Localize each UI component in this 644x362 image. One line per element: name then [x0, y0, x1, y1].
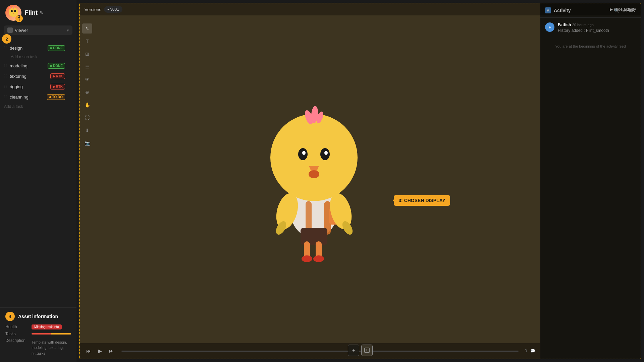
cursor-icon [364, 347, 370, 353]
svg-point-14 [270, 114, 358, 201]
svg-rect-9 [301, 228, 327, 245]
playback-next-btn[interactable]: ⏭ [107, 347, 115, 355]
svg-point-17 [302, 151, 306, 155]
drag-handle: ⠿ [4, 64, 7, 68]
activity-detail: History added : Flint_smooth [558, 28, 636, 33]
task-name-cleanning: cleanning [10, 95, 44, 100]
svg-point-12 [302, 255, 312, 262]
task-cleanning[interactable]: ⠿ cleanning TO DO ⋮ [0, 92, 76, 102]
avatar-wrapper: 2 1 [5, 5, 21, 21]
drag-handle: ⠿ [4, 46, 7, 51]
badge-dot-todo [49, 96, 51, 98]
character-area [95, 20, 533, 342]
health-label: Health [5, 324, 29, 329]
tasks-bar-yellow [51, 333, 71, 335]
viewer-topbar: Versions ▾ v001 ▶ Hide activity [80, 3, 641, 15]
chosen-display-tooltip: 3: CHOSEN DISPLAY [394, 195, 450, 206]
toolbar-cursor-btn[interactable]: ↖ [82, 23, 92, 34]
step-2-badge: 2 [2, 34, 11, 44]
toolbar-camera-btn[interactable]: 📷 [82, 138, 92, 148]
badge-modeling: DONE [48, 63, 65, 69]
sidebar-header: 2 1 Flint ✎ [0, 0, 76, 25]
add-icon-btn[interactable]: + [348, 345, 359, 356]
task-texturing[interactable]: ⠿ texturing RTK ⋮ [0, 71, 76, 81]
svg-rect-3 [9, 7, 11, 10]
toolbar-cross-btn[interactable]: ⊕ [82, 87, 92, 97]
character-svg [250, 87, 378, 275]
task-name-texturing: texturing [10, 74, 48, 79]
badge-dot-done [50, 47, 52, 49]
activity-panel: A Activity 🔍 ≡ Filter F Fatfish 20 hour [540, 3, 641, 359]
task-design[interactable]: ⠿ design DONE ⋮ [0, 43, 76, 53]
svg-point-20 [309, 170, 319, 178]
description-text: Template with design, modeling, texturin… [32, 340, 71, 356]
frame-number: 0 [525, 349, 527, 353]
sidebar: 2 1 Flint ✎ Viewer ▾ 2 ⠿ design DONE [0, 0, 76, 362]
version-badge: 2 1 [15, 15, 23, 22]
activity-user-line: Fatfish 20 hours ago [558, 22, 636, 27]
health-row: Health Missing task info [5, 324, 71, 329]
comment-icon[interactable]: 💬 [530, 349, 535, 353]
asset-information: 4 Asset information Health Missing task … [0, 307, 76, 362]
chevron-down-icon: ▾ [67, 28, 69, 33]
description-row: Description Template with design, modeli… [5, 338, 71, 356]
drag-handle: ⠿ [4, 74, 7, 79]
viewer-label: Viewer [15, 28, 28, 33]
viewer-container: Versions ▾ v001 ▶ Hide activity ↖ T ⊞ ☰ … [79, 3, 641, 359]
tasks-label: Tasks [5, 331, 29, 336]
version-tag[interactable]: ▾ v001 [104, 6, 122, 13]
task-name-modeling: modeling [10, 63, 45, 68]
toolbar-eye-btn[interactable]: 👁 [82, 74, 92, 84]
playback-prev-btn[interactable]: ⏮ [85, 347, 93, 355]
main-content: Versions ▾ v001 ▶ Hide activity ↖ T ⊞ ☰ … [76, 0, 644, 362]
drag-handle: ⠿ [4, 95, 7, 100]
task-modeling[interactable]: ⠿ modeling DONE ⋮ [0, 61, 76, 71]
viewer-bottom-icons: + [348, 345, 373, 356]
badge-dot-done [50, 65, 52, 67]
step-4-badge: 4 [5, 312, 15, 321]
task-name-design: design [10, 46, 45, 51]
tasks-row: Tasks [5, 331, 71, 336]
activity-entry: F Fatfish 20 hours ago History added : F… [540, 18, 641, 38]
timeline-bar[interactable] [121, 351, 519, 352]
add-subtask-design[interactable]: Add a sub task [0, 53, 76, 61]
activity-content: Fatfish 20 hours ago History added : Fli… [558, 22, 636, 33]
arrow-right-icon: ▶ [610, 7, 613, 12]
badge-rigging: RTK [50, 84, 65, 89]
toolbar-list-btn[interactable]: ☰ [82, 62, 92, 72]
badge-cleanning: TO DO [47, 94, 65, 100]
asset-info-header: 4 Asset information [5, 312, 71, 321]
svg-point-2 [14, 10, 16, 12]
toolbar-download-btn[interactable]: ⬇ [82, 125, 92, 135]
drag-handle: ⠿ [4, 84, 7, 89]
add-task-button[interactable]: Add a task [0, 102, 76, 111]
edit-icon[interactable]: ✎ [40, 10, 43, 15]
task-rigging[interactable]: ⠿ rigging RTK ⋮ [0, 81, 76, 92]
toolbar-hand-btn[interactable]: ✋ [82, 100, 92, 110]
playback-play-btn[interactable]: ▶ [96, 347, 104, 355]
versions-label: Versions [85, 7, 101, 12]
hide-activity-button[interactable]: ▶ Hide activity [610, 7, 636, 12]
toolbar-expand-btn[interactable]: ⛶ [82, 113, 92, 123]
toolbar-text-btn[interactable]: T [82, 36, 92, 46]
badge-dot-rtk [53, 75, 55, 77]
description-label: Description [5, 338, 29, 343]
missing-badge: Missing task info [32, 324, 62, 329]
chevron-icon: ▾ [107, 8, 109, 11]
viewer-toolbar: ↖ T ⊞ ☰ 👁 ⊕ ✋ ⛶ ⬇ 📷 [80, 20, 95, 342]
versions-left: Versions ▾ v001 [85, 6, 122, 13]
tasks-bar-red [32, 333, 51, 335]
project-name: Flint ✎ [25, 9, 43, 16]
viewer-bottombar: ⏮ ▶ ⏭ 0 💬 [80, 343, 540, 359]
svg-point-13 [313, 255, 324, 262]
cursor-mode-btn[interactable] [361, 345, 373, 356]
asset-info-title: Asset information [18, 314, 58, 319]
tasks-progress-bar [32, 333, 71, 335]
toolbar-grid-btn[interactable]: ⊞ [82, 49, 92, 59]
activity-end-text: You are at the beginning of the activity… [540, 38, 641, 55]
viewer-dropdown[interactable]: Viewer ▾ [4, 25, 72, 35]
badge-texturing: RTK [50, 73, 65, 79]
tasks-section: ⠿ design DONE ⋮ Add a sub task ⠿ modelin… [0, 42, 76, 307]
badge-design: DONE [48, 45, 65, 51]
badge-dot-rtk [53, 86, 55, 88]
